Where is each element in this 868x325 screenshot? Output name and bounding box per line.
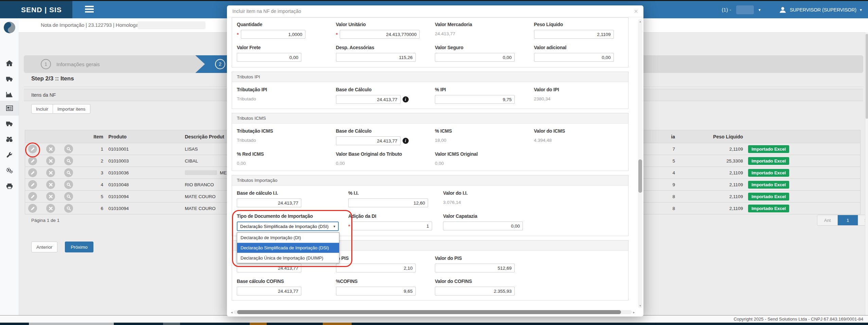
info-icon[interactable]: i <box>403 138 409 144</box>
cell-item: 3 <box>76 170 103 175</box>
valor-capatazia-input[interactable] <box>443 222 523 230</box>
base-calculo-ipi-input[interactable] <box>336 95 401 104</box>
status-badge: Importado Excel <box>748 205 789 212</box>
delete-x-icon[interactable] <box>46 192 55 201</box>
dropdown-option-di[interactable]: Declaração de Importação (DI) <box>237 233 339 243</box>
truck-icon[interactable] <box>0 72 19 85</box>
brand-segment: SEND | SIS <box>0 1 72 18</box>
scroll-right-icon[interactable]: ▸ <box>632 310 636 314</box>
caret-down-icon[interactable]: ▾ <box>759 7 761 12</box>
tipo-documento-select[interactable]: Declaração Simplificada de Importação (D… <box>237 222 339 231</box>
pct-ii-input[interactable] <box>348 198 428 207</box>
view-magnifier-icon[interactable] <box>64 204 73 213</box>
scrollbar-thumb[interactable] <box>237 310 621 314</box>
delete-x-icon[interactable] <box>46 180 55 189</box>
caret-down-icon: ▾ <box>860 7 862 12</box>
view-magnifier-icon[interactable] <box>64 168 73 177</box>
pct-pis-input[interactable] <box>336 264 416 272</box>
page-scrollbar[interactable] <box>865 32 868 315</box>
cell-produto: 01010003 <box>103 158 168 164</box>
gears-icon[interactable] <box>0 164 19 177</box>
edit-pencil-icon[interactable] <box>28 156 37 165</box>
edit-pencil-icon[interactable] <box>28 168 37 177</box>
anterior-button[interactable]: Anterior <box>31 242 57 252</box>
col-header-produto: Produto <box>103 134 168 139</box>
field-valor-adicional: Valor adicional <box>534 45 624 62</box>
step-number: 1 <box>41 59 51 69</box>
home-icon[interactable] <box>0 56 19 70</box>
user-menu[interactable]: SUPERVISOR (SUPERVISOR) ▾ <box>779 6 862 14</box>
peso-liquido-input[interactable] <box>534 30 614 39</box>
wizard-step-informacoes-gerais[interactable]: 1 Informações gerais <box>41 55 195 73</box>
scrollbar-thumb[interactable] <box>638 159 642 193</box>
user-name: SUPERVISOR (SUPERVISOR) <box>790 7 856 13</box>
view-magnifier-icon[interactable] <box>64 145 73 153</box>
field-valor-unitario: Valor Unitário * <box>336 22 426 39</box>
base-calculo-icms-input[interactable] <box>336 136 401 145</box>
pagination-prev[interactable]: Ant <box>817 215 838 225</box>
view-magnifier-icon[interactable] <box>64 180 73 189</box>
base-calculo-cofins-input[interactable] <box>237 287 301 295</box>
edit-pencil-icon[interactable] <box>28 192 37 201</box>
tipo-documento-dropdown: Declaração de Importação (DI) Declaração… <box>237 232 339 263</box>
pagination-page-1[interactable]: 1 <box>838 215 858 225</box>
notification-count[interactable]: (1) - <box>722 7 731 13</box>
incluir-button[interactable]: Incluir <box>31 104 53 114</box>
valor-pis-input[interactable] <box>435 264 515 272</box>
valor-adicional-input[interactable] <box>534 53 614 62</box>
base-calculo-pis-input[interactable] <box>237 264 301 272</box>
cell-produto: 01010094 <box>103 194 168 199</box>
edit-pencil-icon[interactable] <box>28 145 37 153</box>
wrench-icon[interactable] <box>0 148 19 161</box>
quantidade-input[interactable] <box>241 30 305 39</box>
cell-peso: 2,1109 <box>675 182 743 187</box>
dropdown-option-duimp[interactable]: Declaração Única de Importação (DUIMP) <box>237 253 339 263</box>
valor-cofins-input[interactable] <box>435 287 515 295</box>
printer-icon[interactable] <box>0 179 19 193</box>
close-icon[interactable]: × <box>634 8 638 15</box>
delete-x-icon[interactable] <box>46 145 55 153</box>
scroll-down-icon[interactable]: ▾ <box>638 304 642 307</box>
binoculars-icon[interactable] <box>0 133 19 146</box>
valor-frete-input[interactable] <box>237 53 301 62</box>
importar-itens-button[interactable]: Importar itens <box>53 104 90 114</box>
delete-x-icon[interactable] <box>46 204 55 213</box>
edit-pencil-icon[interactable] <box>28 180 37 189</box>
scroll-left-icon[interactable]: ◂ <box>230 310 234 314</box>
section-title: Tributos ICMS <box>232 113 628 123</box>
scroll-up-icon[interactable]: ▴ <box>638 20 642 23</box>
field-base-calculo-icms: Base de Cálculo i <box>336 128 426 145</box>
base-calculo-ii-input[interactable] <box>237 198 301 207</box>
view-magnifier-icon[interactable] <box>64 156 73 165</box>
proximo-button[interactable]: Próximo <box>65 242 93 252</box>
tributacao-icms-value: Tributado <box>237 136 326 143</box>
view-magnifier-icon[interactable] <box>64 192 73 201</box>
required-marker: * <box>237 32 239 37</box>
document-form-icon[interactable] <box>0 101 19 116</box>
valor-seguro-input[interactable] <box>435 53 515 62</box>
delete-x-icon[interactable] <box>46 156 55 165</box>
pct-ipi-input[interactable] <box>435 95 515 104</box>
pct-cofins-input[interactable] <box>336 287 416 295</box>
required-marker: * <box>336 32 338 37</box>
menu-icon[interactable] <box>85 6 94 13</box>
valor-unitario-input[interactable] <box>340 30 420 39</box>
desp-acessorias-input[interactable] <box>336 53 416 62</box>
truck-icon[interactable] <box>0 117 19 130</box>
modal-horizontal-scrollbar[interactable]: ◂ ▸ <box>230 310 636 314</box>
modal-title: Incluir item na NF de importação <box>232 8 634 14</box>
adicao-da-di-input[interactable] <box>352 222 432 230</box>
field-tributacao-ipi: Tributação IPI Tributado <box>237 87 326 104</box>
breadcrumb: Nota de Importação | 23.122793 | Homolog… <box>41 22 149 28</box>
dropdown-option-dsi[interactable]: Declaração Simplificada de Importação (D… <box>237 243 339 253</box>
chart-icon[interactable] <box>0 88 19 101</box>
cell-descricao: LISAS <box>185 147 198 152</box>
edit-pencil-icon[interactable] <box>28 204 37 213</box>
field-pct-ipi: % IPI <box>435 87 525 104</box>
table-toolbar: Incluir Importar itens <box>31 104 90 114</box>
cell-produto: 01010001 <box>103 147 168 152</box>
sidebar <box>0 18 19 323</box>
delete-x-icon[interactable] <box>46 168 55 177</box>
info-icon[interactable]: i <box>403 96 409 102</box>
modal-vertical-scrollbar[interactable]: ▴ ▾ <box>638 19 642 308</box>
